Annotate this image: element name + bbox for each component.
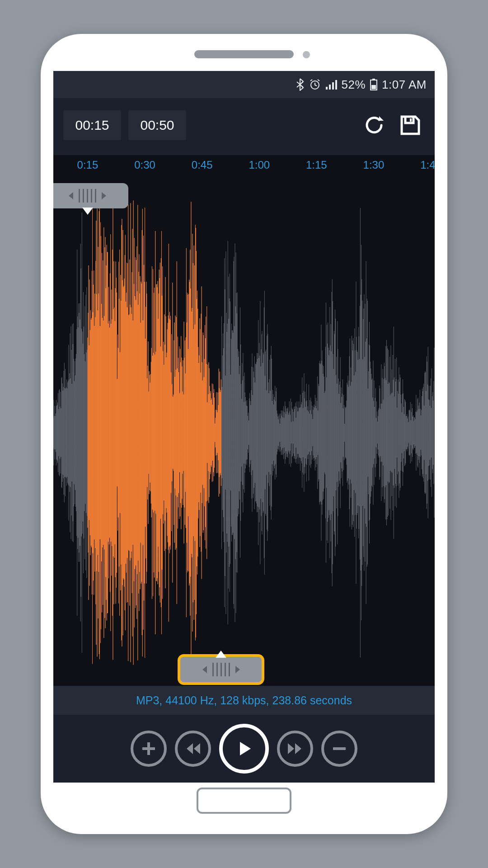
trim-start-handle[interactable] (53, 183, 128, 208)
play-button[interactable] (219, 724, 269, 774)
svg-rect-7 (372, 79, 375, 80)
refresh-icon (362, 113, 386, 137)
battery-icon (370, 79, 377, 90)
phone-camera (303, 51, 310, 58)
minus-icon (330, 740, 348, 758)
plus-icon (140, 740, 158, 758)
ruler-tick: 1:00 (249, 159, 270, 171)
refresh-button[interactable] (360, 111, 389, 140)
phone-frame: 52% 1:07 AM 00:15 00:50 0:150:300:451:00… (41, 34, 447, 834)
forward-icon (285, 739, 305, 759)
ruler-tick: 0:15 (77, 159, 99, 171)
trim-end-handle[interactable] (180, 657, 262, 682)
zoom-in-button[interactable] (131, 731, 167, 767)
editor-toolbar: 00:15 00:50 (53, 98, 435, 152)
waveform-selection (53, 179, 435, 686)
save-icon (399, 114, 422, 137)
play-icon (233, 737, 255, 760)
rewind-icon (183, 739, 203, 759)
svg-rect-6 (371, 85, 376, 89)
waveform-canvas[interactable] (53, 179, 435, 686)
chevron-left-icon (202, 666, 207, 673)
svg-rect-11 (333, 747, 346, 750)
ruler-tick: 1:45 (420, 159, 435, 171)
chevron-left-icon (69, 192, 73, 199)
svg-rect-1 (326, 87, 328, 90)
zoom-out-button[interactable] (321, 731, 357, 767)
chevron-right-icon (235, 666, 240, 673)
rewind-button[interactable] (175, 731, 211, 767)
save-button[interactable] (396, 111, 425, 140)
app-screen: 52% 1:07 AM 00:15 00:50 0:150:300:451:00… (53, 71, 435, 783)
time-ruler: 0:150:300:451:001:151:301:45 (53, 155, 435, 179)
svg-rect-10 (142, 747, 155, 750)
home-button-area (53, 783, 435, 819)
clock-time: 1:07 AM (382, 78, 427, 92)
svg-rect-4 (335, 80, 337, 90)
home-button[interactable] (197, 788, 291, 814)
svg-rect-8 (410, 118, 412, 122)
forward-button[interactable] (277, 731, 313, 767)
ruler-tick: 0:45 (192, 159, 213, 171)
svg-rect-3 (332, 82, 334, 90)
phone-speaker (194, 50, 294, 58)
chevron-right-icon (102, 192, 106, 199)
start-time-field[interactable]: 00:15 (63, 110, 121, 140)
ruler-tick: 0:30 (134, 159, 155, 171)
signal-icon (325, 80, 337, 90)
status-bar: 52% 1:07 AM (53, 71, 435, 98)
transport-controls (53, 715, 435, 783)
ruler-tick: 1:30 (363, 159, 385, 171)
file-info-label: MP3, 44100 Hz, 128 kbps, 238.86 seconds (53, 686, 435, 715)
svg-rect-2 (329, 85, 331, 90)
battery-percent: 52% (342, 78, 366, 92)
alarm-icon (309, 79, 321, 90)
waveform-area: 0:150:300:451:001:151:301:45 (53, 155, 435, 715)
bluetooth-icon (296, 78, 305, 91)
ruler-tick: 1:15 (306, 159, 327, 171)
end-time-field[interactable]: 00:50 (128, 110, 186, 140)
